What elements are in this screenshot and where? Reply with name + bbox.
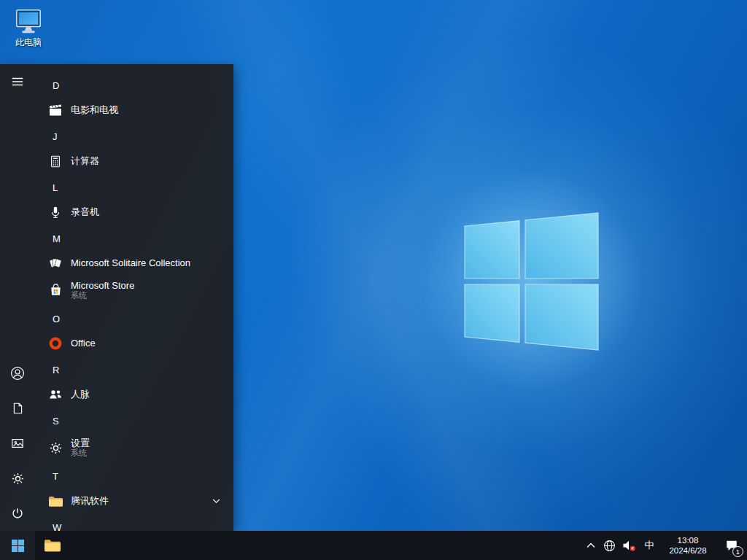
- file-explorer-icon: [44, 538, 61, 553]
- start-app-calculator[interactable]: 计算器: [35, 149, 233, 174]
- start-app-voice-recorder[interactable]: 录音机: [35, 200, 233, 225]
- start-section-D: D电影和电视: [35, 73, 233, 122]
- app-text: 设置系统: [71, 438, 90, 458]
- start-app-settings[interactable]: 设置系统: [35, 433, 233, 462]
- start-button[interactable]: [0, 531, 35, 560]
- app-sublabel: 系统: [71, 291, 134, 300]
- start-section-S: S设置系统: [35, 408, 233, 462]
- app-text: 录音机: [71, 206, 99, 217]
- app-text: Microsoft Solitaire Collection: [71, 257, 190, 268]
- app-label: 人脉: [71, 389, 90, 400]
- network-globe-icon[interactable]: [600, 531, 619, 560]
- power-icon: [11, 507, 24, 520]
- taskbar-clock[interactable]: 13:08 2024/6/28: [659, 531, 716, 560]
- start-menu: D电影和电视J计算器L录音机MMicrosoft Solitaire Colle…: [0, 64, 233, 531]
- desktop-icon-label: 此电脑: [15, 36, 42, 49]
- people-icon: [47, 386, 64, 403]
- section-header-T[interactable]: T: [35, 464, 233, 489]
- clock-date: 2024/6/28: [669, 545, 706, 556]
- app-label: 设置: [71, 438, 90, 448]
- app-text: Microsoft Store系统: [71, 280, 134, 300]
- section-header-J[interactable]: J: [35, 124, 233, 149]
- movies-tv-icon: [47, 101, 64, 119]
- chevron-down-icon: [212, 499, 220, 504]
- calculator-icon: [47, 152, 64, 170]
- action-center-button[interactable]: 1: [716, 531, 747, 560]
- section-header-L[interactable]: L: [35, 175, 233, 200]
- app-label: Microsoft Solitaire Collection: [71, 257, 190, 268]
- pictures-icon: [11, 437, 24, 450]
- this-pc-icon: [13, 7, 44, 35]
- app-sublabel: 系统: [71, 448, 90, 458]
- rail-pictures-button[interactable]: [0, 426, 35, 461]
- volume-muted-icon[interactable]: [619, 531, 639, 560]
- tray-chevron-up-icon[interactable]: [582, 531, 600, 560]
- voice-recorder-icon: [47, 203, 64, 221]
- app-label: 电影和电视: [71, 104, 118, 115]
- account-icon: [10, 366, 25, 381]
- screen: 此电脑 D电影和电视J计算器L录音机MMicrosoft Solitaire C…: [0, 0, 747, 560]
- app-text: Office: [71, 338, 96, 349]
- rail-top-group: [0, 64, 35, 99]
- file-explorer-button[interactable]: [35, 531, 70, 560]
- app-text: 计算器: [71, 155, 99, 166]
- office-icon: [47, 335, 64, 352]
- system-tray: 中 13:08 2024/6/28 1: [582, 531, 747, 560]
- desktop-icon-this-pc[interactable]: 此电脑: [6, 7, 51, 49]
- app-label: 腾讯软件: [71, 495, 109, 506]
- microsoft-store-icon: [47, 281, 64, 299]
- app-text: 电影和电视: [71, 104, 118, 115]
- start-section-L: L录音机: [35, 175, 233, 225]
- start-app-list: D电影和电视J计算器L录音机MMicrosoft Solitaire Colle…: [35, 64, 233, 531]
- app-label: 录音机: [71, 206, 99, 217]
- rail-menu-button[interactable]: [0, 64, 35, 99]
- app-label: Office: [71, 338, 96, 349]
- section-header-S[interactable]: S: [35, 408, 233, 433]
- app-label: 计算器: [71, 155, 99, 166]
- start-section-O: OOffice: [35, 306, 233, 356]
- start-section-J: J计算器: [35, 124, 233, 174]
- section-header-D[interactable]: D: [35, 73, 233, 98]
- section-header-R[interactable]: R: [35, 357, 233, 382]
- start-section-T: T腾讯软件: [35, 464, 233, 513]
- taskbar: 中 13:08 2024/6/28 1: [0, 531, 747, 560]
- start-app-tencent-folder[interactable]: 腾讯软件: [35, 489, 233, 513]
- start-app-microsoft-store[interactable]: Microsoft Store系统: [35, 276, 233, 305]
- section-header-O[interactable]: O: [35, 306, 233, 331]
- app-text: 人脉: [71, 389, 90, 400]
- settings-icon: [47, 439, 64, 456]
- rail-bottom-group: [0, 356, 35, 531]
- start-section-M: MMicrosoft Solitaire CollectionMicrosoft…: [35, 226, 233, 305]
- windows-logo: [460, 208, 603, 354]
- notification-badge: 1: [732, 546, 743, 557]
- ime-indicator[interactable]: 中: [639, 531, 659, 560]
- start-section-R: R人脉: [35, 357, 233, 407]
- start-app-solitaire[interactable]: Microsoft Solitaire Collection: [35, 251, 233, 276]
- tencent-folder-icon: [47, 492, 64, 510]
- app-label: Microsoft Store: [71, 280, 134, 291]
- rail-settings-button[interactable]: [0, 461, 35, 496]
- section-header-M[interactable]: M: [35, 226, 233, 251]
- clock-time: 13:08: [678, 535, 699, 545]
- app-text: 腾讯软件: [71, 495, 109, 506]
- windows-start-icon: [12, 540, 24, 552]
- solitaire-icon: [47, 254, 64, 272]
- section-header-W[interactable]: W: [35, 515, 233, 531]
- rail-power-button[interactable]: [0, 496, 35, 531]
- rail-account-button[interactable]: [0, 356, 35, 391]
- start-app-office[interactable]: Office: [35, 331, 233, 356]
- rail-documents-button[interactable]: [0, 391, 35, 426]
- start-section-W: W: [35, 515, 233, 531]
- start-app-movies-tv[interactable]: 电影和电视: [35, 98, 233, 122]
- menu-icon: [11, 75, 24, 88]
- documents-icon: [12, 402, 24, 415]
- start-app-people[interactable]: 人脉: [35, 382, 233, 407]
- settings-icon: [11, 472, 25, 486]
- start-rail: [0, 64, 35, 531]
